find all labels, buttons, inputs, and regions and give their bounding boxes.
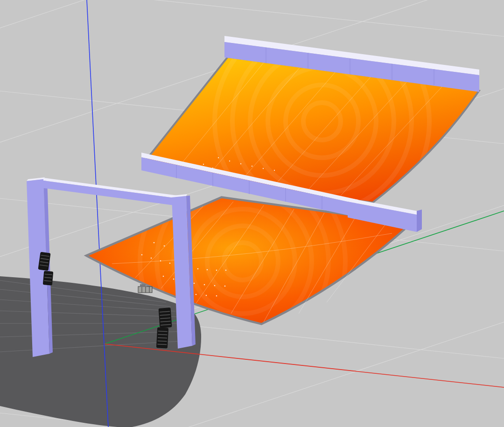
- speaker-right-lower[interactable]: [156, 327, 168, 348]
- right-frame-endcap: [417, 210, 422, 232]
- speaker-right-upper[interactable]: [159, 308, 172, 328]
- viewport-canvas[interactable]: [0, 0, 504, 427]
- speaker-left-lower[interactable]: [43, 271, 54, 286]
